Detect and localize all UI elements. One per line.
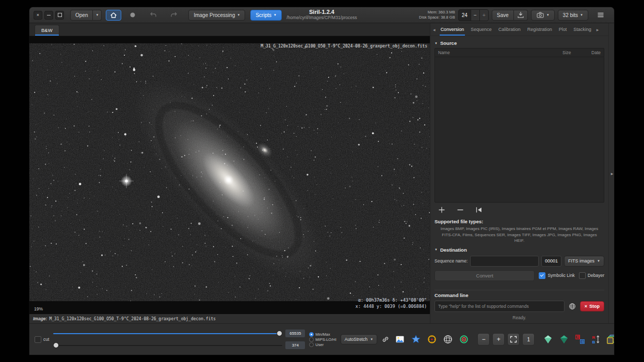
- photometry-button[interactable]: [426, 333, 438, 345]
- image-label: Image:: [33, 316, 47, 321]
- annotations-button[interactable]: [410, 333, 422, 345]
- source-expander[interactable]: ▼ Source: [434, 40, 604, 46]
- user-radio[interactable]: User: [309, 342, 336, 347]
- coordinates-overlay: α: 00h37m36s δ: +43°08'09" x: 4448 y: 00…: [356, 298, 427, 310]
- titlebar: × Open ▼ Image Processing ▼ Scripts ▼: [29, 7, 614, 23]
- chevron-down-icon: ▼: [597, 259, 600, 262]
- quick-photometry-button[interactable]: [458, 333, 470, 345]
- open-recent-dropdown[interactable]: ▼: [93, 10, 102, 21]
- link-channels-button[interactable]: [381, 333, 390, 345]
- menu-button[interactable]: [591, 10, 610, 21]
- zoom-level-readout: 19%: [34, 306, 43, 311]
- debayer-checkbox[interactable]: Debayer: [579, 272, 604, 279]
- sequence-name-row: Sequence name: 00001 FITS images ▼: [434, 256, 604, 267]
- plus-icon: [438, 206, 446, 214]
- image-processing-label: Image Processing: [194, 12, 235, 18]
- bit-depth-button[interactable]: 32 bits ▼: [558, 10, 588, 21]
- rgb-align-button[interactable]: RB: [590, 333, 602, 345]
- bw-tab-label: B&W: [41, 27, 53, 33]
- tab-conversion[interactable]: Conversion: [438, 23, 468, 36]
- grab-frame-button[interactable]: [123, 10, 142, 21]
- minmax-radio[interactable]: Min/Max: [309, 332, 336, 337]
- image-pane: B&W: [29, 23, 430, 323]
- right-panel: ◀ Conversion Sequence Calibration Regist…: [430, 23, 608, 323]
- checkbox-icon: [579, 272, 586, 279]
- tab-registration[interactable]: Registration: [524, 23, 555, 36]
- redo-icon: [170, 11, 178, 19]
- undo-icon: [149, 11, 157, 19]
- sequence-name-label: Sequence name:: [434, 258, 468, 264]
- home-button[interactable]: [106, 10, 121, 21]
- command-input[interactable]: [434, 301, 565, 312]
- window-controls: ×: [34, 11, 64, 20]
- layers-button[interactable]: [606, 333, 614, 345]
- panel-collapse-handle[interactable]: ▶: [608, 23, 614, 323]
- globe-icon: [568, 302, 576, 310]
- redo-button[interactable]: [165, 10, 183, 21]
- stop-button[interactable]: × Stop: [580, 301, 604, 311]
- output-format-dropdown[interactable]: FITS images ▼: [564, 256, 604, 267]
- convert-row: Convert Symbolic Link Debayer: [434, 270, 604, 281]
- zoom-out-button[interactable]: −: [477, 333, 490, 345]
- low-slider-handle[interactable]: [53, 342, 59, 348]
- cut-checkbox[interactable]: cut: [35, 336, 49, 343]
- threads-decrease-button[interactable]: −: [471, 10, 479, 21]
- display-mode-button[interactable]: [394, 333, 406, 345]
- rgb-split-button[interactable]: RB: [574, 333, 586, 345]
- snapshot-button[interactable]: ▼: [531, 10, 555, 21]
- low-level-row: 374: [53, 341, 305, 349]
- sequence-counter[interactable]: 00001: [541, 256, 561, 267]
- command-help-button[interactable]: [567, 301, 577, 311]
- convert-button[interactable]: Convert: [434, 270, 535, 281]
- clear-files-button[interactable]: [475, 206, 483, 214]
- threads-increase-button[interactable]: +: [479, 10, 488, 21]
- symbolic-link-checkbox[interactable]: Symbolic Link: [539, 272, 574, 279]
- svg-text:B: B: [592, 340, 595, 344]
- image-label-row: Image: M_31_G_120x120sec_G100_O50_T-9°C_…: [29, 314, 430, 323]
- source-file-list[interactable]: [435, 57, 604, 202]
- chevron-right-icon: ▶: [597, 28, 599, 31]
- tab-stacking[interactable]: Stacking: [570, 23, 594, 36]
- tab-calibration[interactable]: Calibration: [495, 23, 524, 36]
- gem-light-icon: [543, 334, 553, 344]
- zoom-in-button[interactable]: +: [492, 333, 505, 345]
- destination-expander[interactable]: ▼ Destination: [434, 247, 604, 253]
- zoom-100-button[interactable]: 1: [522, 333, 535, 345]
- high-slider[interactable]: [53, 331, 282, 336]
- gem-light-button[interactable]: [542, 333, 554, 345]
- minimize-button[interactable]: [44, 11, 53, 20]
- tab-sequence[interactable]: Sequence: [468, 23, 495, 36]
- maximize-button[interactable]: [55, 11, 64, 20]
- stretch-mode-dropdown[interactable]: AutoStretch ▼: [341, 334, 377, 344]
- source-file-table[interactable]: Name Size Date: [434, 48, 604, 203]
- add-files-button[interactable]: [438, 206, 446, 214]
- scripts-button[interactable]: Scripts ▼: [250, 10, 282, 21]
- remove-files-button[interactable]: [456, 206, 464, 214]
- low-slider[interactable]: [53, 342, 282, 348]
- zoom-fit-button[interactable]: [507, 333, 520, 345]
- high-value[interactable]: 65535: [285, 330, 305, 337]
- sequence-name-input[interactable]: [470, 256, 539, 267]
- save-as-button[interactable]: [514, 10, 528, 21]
- celestial-grid-button[interactable]: [442, 333, 454, 345]
- low-value[interactable]: 374: [285, 341, 305, 349]
- scripts-label: Scripts: [255, 12, 271, 18]
- tab-plot[interactable]: Plot: [556, 23, 570, 36]
- close-icon: ×: [37, 12, 39, 18]
- open-button[interactable]: Open: [70, 10, 93, 21]
- image-canvas[interactable]: M_31_G_120x120sec_G100_O50_T-9°C_2024-08…: [29, 36, 430, 314]
- tabs-scroll-left-button[interactable]: ◀: [431, 23, 437, 36]
- tab-bw-channel[interactable]: B&W: [35, 25, 59, 36]
- close-button[interactable]: ×: [34, 11, 42, 20]
- radio-icon: [309, 337, 314, 342]
- tabs-scroll-right-button[interactable]: ▶: [595, 23, 601, 36]
- mips-lohi-radio[interactable]: MIPS-LO/HI: [309, 337, 336, 342]
- undo-button[interactable]: [144, 10, 163, 21]
- svg-text:B: B: [582, 340, 584, 343]
- image-processing-button[interactable]: Image Processing ▼: [188, 10, 245, 21]
- gem-dark-button[interactable]: [558, 333, 570, 345]
- minimize-icon: [47, 15, 51, 15]
- high-slider-handle[interactable]: [277, 331, 282, 336]
- chevron-right-icon: ▶: [611, 172, 614, 175]
- save-button[interactable]: Save: [492, 10, 514, 21]
